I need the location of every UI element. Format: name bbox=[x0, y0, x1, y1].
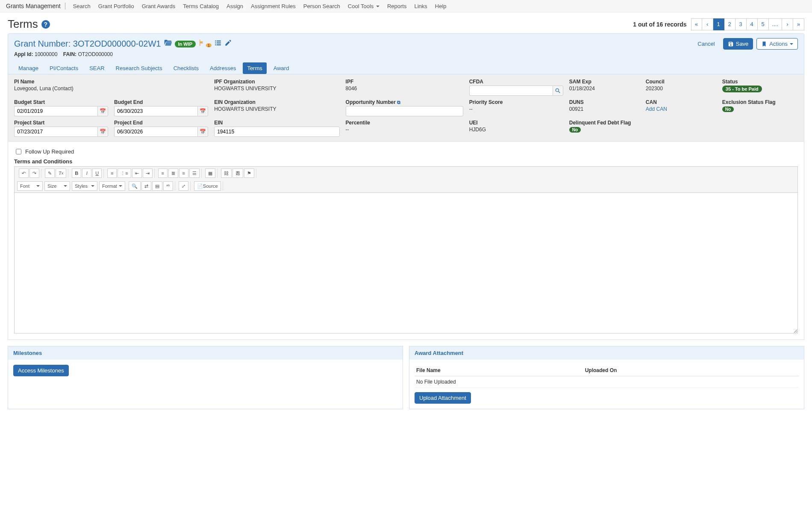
add-can-link[interactable]: Add CAN bbox=[646, 106, 667, 112]
table-button[interactable]: ▦ bbox=[205, 168, 215, 178]
ein-input[interactable] bbox=[214, 127, 339, 137]
pager-ellipsis[interactable]: .... bbox=[769, 18, 782, 30]
followup-checkbox[interactable] bbox=[16, 149, 21, 154]
font-dropdown[interactable]: Font bbox=[17, 181, 43, 191]
cfda-input[interactable] bbox=[469, 86, 553, 96]
ein-org-value: HOGWARTS UNIVERSITY bbox=[214, 106, 339, 112]
external-link-icon[interactable]: ⧉ bbox=[397, 100, 400, 105]
maximize-button[interactable]: ⤢ bbox=[179, 181, 188, 191]
record-info-grid: PI Name Lovegood, Luna (Contact) IPF Org… bbox=[8, 74, 804, 142]
actions-dropdown[interactable]: Actions bbox=[756, 38, 798, 50]
grant-number-link[interactable]: Grant Number: 3OT2OD000000-02W1 bbox=[14, 39, 161, 49]
exclusion-badge: No bbox=[722, 106, 734, 112]
underline-button[interactable]: U bbox=[92, 168, 102, 178]
pager-page-3[interactable]: 3 bbox=[736, 18, 747, 30]
help-icon[interactable]: ? bbox=[41, 20, 50, 29]
cfda-search-button[interactable] bbox=[553, 86, 563, 96]
align-center-button[interactable]: ≣ bbox=[168, 168, 178, 178]
svg-point-6 bbox=[556, 89, 559, 92]
list-icon[interactable] bbox=[214, 39, 222, 49]
indent-button[interactable]: ⇥ bbox=[143, 168, 153, 178]
priority-label: Priority Score bbox=[469, 99, 563, 105]
svg-rect-1 bbox=[217, 41, 221, 41]
budget-start-datepick[interactable]: 📅 bbox=[97, 106, 108, 116]
pager-page-2[interactable]: 2 bbox=[724, 18, 736, 30]
ipf-value: 8046 bbox=[346, 86, 463, 92]
outdent-button[interactable]: ⇤ bbox=[132, 168, 142, 178]
nav-search[interactable]: Search bbox=[73, 3, 91, 9]
align-right-button[interactable]: ≡ bbox=[179, 168, 188, 178]
bullet-list-button[interactable]: ⋮≡ bbox=[118, 168, 131, 178]
nav-grant-awards[interactable]: Grant Awards bbox=[142, 3, 176, 9]
align-left-button[interactable]: ≡ bbox=[158, 168, 168, 178]
tab-research-subjects[interactable]: Research Subjects bbox=[112, 62, 167, 74]
tab-addresses[interactable]: Addresses bbox=[206, 62, 240, 74]
undo-button[interactable]: ↶ bbox=[19, 168, 29, 178]
duns-label: DUNS bbox=[569, 99, 640, 105]
attachment-table: File Name Uploaded On No File Uploaded bbox=[415, 365, 799, 388]
tab-terms[interactable]: Terms bbox=[243, 62, 266, 74]
size-dropdown[interactable]: Size bbox=[44, 181, 70, 191]
tab-sear[interactable]: SEAR bbox=[85, 62, 109, 74]
replace-button[interactable]: ⇄ bbox=[141, 181, 151, 191]
flag-icon[interactable]: 1 bbox=[198, 39, 212, 49]
paintbrush-button[interactable]: ✎ bbox=[45, 168, 55, 178]
unlink-button[interactable]: ⛓̸ bbox=[232, 168, 243, 178]
italic-button[interactable]: I bbox=[82, 168, 91, 178]
nav-assignment-rules[interactable]: Assignment Rules bbox=[251, 3, 296, 9]
link-button[interactable]: ⛓ bbox=[221, 168, 232, 178]
numbered-list-button[interactable]: ≡ bbox=[107, 168, 117, 178]
nav-reports[interactable]: Reports bbox=[387, 3, 407, 9]
budget-end-datepick[interactable]: 📅 bbox=[197, 106, 208, 116]
proj-start-input[interactable] bbox=[14, 127, 97, 137]
proj-end-input[interactable] bbox=[114, 127, 197, 137]
redo-button[interactable]: ↷ bbox=[29, 168, 39, 178]
tab-manage[interactable]: Manage bbox=[14, 62, 43, 74]
nav-help[interactable]: Help bbox=[435, 3, 447, 9]
save-button[interactable]: Save bbox=[723, 38, 753, 50]
format-dropdown[interactable]: Format bbox=[99, 181, 125, 191]
budget-end-input[interactable] bbox=[114, 106, 197, 116]
brand-text: Grants Management bbox=[6, 3, 65, 9]
pager-page-5[interactable]: 5 bbox=[758, 18, 769, 30]
nav-terms-catalog[interactable]: Terms Catalog bbox=[183, 3, 219, 9]
bold-button[interactable]: B bbox=[72, 168, 81, 178]
tab-pi-contacts[interactable]: PI/Contacts bbox=[45, 62, 82, 74]
nav-person-search[interactable]: Person Search bbox=[303, 3, 340, 9]
align-justify-button[interactable]: ☰ bbox=[189, 168, 200, 178]
budget-end-label: Budget End bbox=[114, 99, 208, 105]
pager-first-button[interactable]: « bbox=[691, 18, 702, 30]
clear-format-button[interactable]: Tx bbox=[56, 168, 66, 178]
col-uploaded-on: Uploaded On bbox=[583, 365, 799, 376]
records-count: 1 out of 16 records bbox=[633, 21, 686, 28]
proj-start-datepick[interactable]: 📅 bbox=[97, 127, 108, 137]
pager-page-1[interactable]: 1 bbox=[713, 18, 724, 30]
cancel-button[interactable]: Cancel bbox=[693, 38, 719, 50]
opp-num-input[interactable] bbox=[346, 106, 463, 116]
selectall-button[interactable]: ▤ bbox=[152, 181, 162, 191]
source-button[interactable]: 📄 Source bbox=[194, 181, 221, 191]
terms-editor-textarea[interactable] bbox=[14, 192, 798, 334]
nav-grant-portfolio[interactable]: Grant Portfolio bbox=[98, 3, 134, 9]
anchor-button[interactable]: ⚑ bbox=[244, 168, 254, 178]
proj-end-datepick[interactable]: 📅 bbox=[197, 127, 208, 137]
pager-prev-button[interactable]: ‹ bbox=[702, 18, 713, 30]
nav-assign[interactable]: Assign bbox=[227, 3, 243, 9]
proj-end-label: Project End bbox=[114, 120, 208, 126]
pager-next-button[interactable]: › bbox=[782, 18, 793, 30]
tab-award[interactable]: Award bbox=[269, 62, 294, 74]
upload-attachment-button[interactable]: Upload Attachment bbox=[415, 392, 471, 404]
budget-start-input[interactable] bbox=[14, 106, 97, 116]
tab-checklists[interactable]: Checklists bbox=[169, 62, 203, 74]
pager-last-button[interactable]: » bbox=[793, 18, 804, 30]
nav-links[interactable]: Links bbox=[414, 3, 427, 9]
folder-open-icon[interactable] bbox=[164, 38, 172, 49]
spellcheck-button[interactable]: ᵃᵇ bbox=[163, 181, 173, 191]
cfda-label: CFDA bbox=[469, 79, 563, 85]
find-button[interactable]: 🔍 bbox=[129, 181, 141, 191]
pager-page-4[interactable]: 4 bbox=[747, 18, 758, 30]
nav-cool-tools[interactable]: Cool Tools bbox=[348, 3, 380, 9]
edit-icon[interactable] bbox=[224, 39, 232, 49]
access-milestones-button[interactable]: Access Milestones bbox=[13, 365, 69, 376]
styles-dropdown[interactable]: Styles bbox=[72, 181, 97, 191]
